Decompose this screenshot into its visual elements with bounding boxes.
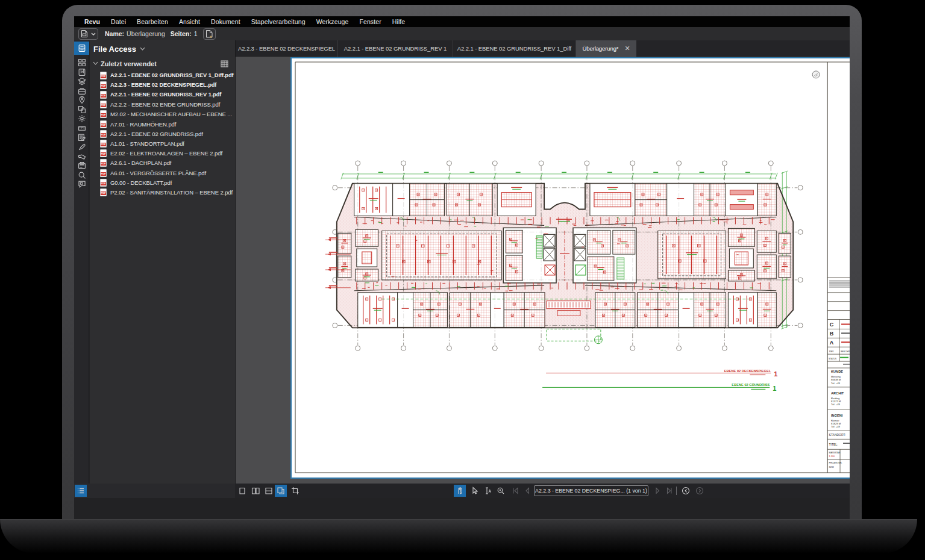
file-list-item[interactable]: A2.2.1 - EBENE 02 GRUNDRISS.pdf bbox=[90, 129, 235, 138]
file-name: A2.2.1 - EBENE 02 GRUNDRISS.pdf bbox=[110, 131, 203, 137]
document-tab[interactable]: A2.2.3 - EBENE 02 DECKENSPIEGEL bbox=[236, 40, 338, 57]
name-value: Überlagerung bbox=[127, 30, 165, 37]
first-page-button[interactable] bbox=[509, 485, 521, 497]
file-name: A2.6.1 - DACHPLAN.pdf bbox=[110, 160, 171, 166]
zoom-button[interactable] bbox=[495, 485, 507, 497]
pdf-file-icon bbox=[100, 159, 107, 167]
new-page-button[interactable] bbox=[203, 28, 216, 40]
sidebar-tab-file-access[interactable] bbox=[74, 42, 89, 55]
recent-section-title: Zuletzt verwendet bbox=[101, 60, 157, 67]
panel-list-toggle-button[interactable] bbox=[75, 485, 87, 497]
menu-item-fenster[interactable]: Fenster bbox=[359, 18, 381, 25]
pdf-file-icon bbox=[100, 120, 107, 128]
file-list-item[interactable]: A2.2.1 - EBENE 02 GRUNDRISS_REV 1_Diff.p… bbox=[90, 70, 235, 80]
legend-green-label: EBENE 02 GRUNDRISS bbox=[732, 383, 770, 387]
select-button[interactable] bbox=[469, 485, 481, 497]
last-page-button[interactable] bbox=[663, 485, 676, 497]
pages-label: Seiten: bbox=[171, 30, 192, 37]
active-document-pane[interactable]: EBENE 02 DECKENSPIEGEL1EBENE 02 GRUNDRIS… bbox=[290, 57, 850, 479]
file-list-item[interactable]: G0.00 - DECKBLATT.pdf bbox=[90, 178, 235, 187]
document-work-area: A2.2.3 - EBENE 02 DECKENSPIEGELA2.2.1 - … bbox=[235, 40, 850, 498]
document-toolbar: Name: Überlagerung Seiten: 1 bbox=[74, 27, 850, 40]
recent-section-header[interactable]: Zuletzt verwendet bbox=[90, 59, 235, 68]
file-name: G0.00 - DECKBLATT.pdf bbox=[110, 179, 172, 186]
side-by-side-button[interactable] bbox=[249, 485, 262, 497]
file-list-item[interactable]: A2.2.1 - EBENE 02 GRUNDRISS_REV 1.pdf bbox=[90, 90, 235, 99]
document-tab-bar: A2.2.3 - EBENE 02 DECKENSPIEGELA2.2.1 - … bbox=[236, 40, 850, 57]
file-list-item[interactable]: A1.01 - STANDORTPLAN.pdf bbox=[90, 138, 235, 148]
nav-back-icon bbox=[682, 487, 690, 495]
page-indicator[interactable]: A2.2.3 - EBENE 02 DECKENSPIEG... (1 von … bbox=[534, 485, 648, 496]
prev-page-button[interactable] bbox=[521, 485, 533, 497]
file-name: A7.01 - RAUMHÖHEN.pdf bbox=[110, 121, 176, 128]
pdf-file-icon bbox=[100, 188, 107, 196]
side-by-side-icon bbox=[251, 487, 260, 495]
svg-text:KUNDE: KUNDE bbox=[831, 370, 843, 373]
split-horizontal-button[interactable] bbox=[263, 485, 275, 497]
overlay-document-button[interactable] bbox=[78, 28, 98, 40]
pan-icon bbox=[456, 487, 464, 495]
menu-item-datei[interactable]: Datei bbox=[111, 18, 126, 25]
pdf-file-icon bbox=[100, 81, 107, 89]
file-list-item[interactable]: A2.2.3 - EBENE 02 DECKENSPIEGEL.pdf bbox=[90, 80, 235, 90]
sidebar-tab-studio[interactable] bbox=[74, 178, 89, 191]
menu-item-werkzeuge[interactable]: Werkzeuge bbox=[316, 18, 349, 25]
svg-text:REV: REV bbox=[829, 350, 834, 353]
menu-item-dokument[interactable]: Dokument bbox=[211, 18, 240, 25]
menu-item-stapelverarbeitung[interactable]: Stapelverarbeitung bbox=[251, 18, 306, 25]
overlay-document-icon bbox=[81, 30, 88, 38]
svg-text:MASSSTAB: MASSSTAB bbox=[829, 452, 841, 454]
name-label: Name: bbox=[105, 30, 124, 37]
file-list-item[interactable]: E2.02 - ELEKTROANLAGEN – EBENE 2.pdf bbox=[90, 149, 235, 158]
next-page-button[interactable] bbox=[651, 485, 663, 497]
svg-text:TITEL:: TITEL: bbox=[829, 443, 838, 446]
file-access-panel: File Access Zuletzt verwendet A2.2.1 - E… bbox=[90, 40, 235, 498]
document-tab[interactable]: A2.2.1 - EBENE 02 GRUNDRISS_REV 1_Diff bbox=[453, 40, 576, 57]
pan-button[interactable] bbox=[454, 485, 466, 497]
calendar-view-icon[interactable] bbox=[221, 60, 228, 69]
file-name: A2.2.3 - EBENE 02 DECKENSPIEGEL.pdf bbox=[110, 82, 216, 88]
menu-item-bearbeiten[interactable]: Bearbeiten bbox=[137, 18, 168, 25]
file-access-header[interactable]: File Access bbox=[90, 40, 235, 58]
first-page-icon bbox=[511, 487, 519, 495]
svg-text:Raiding: Raiding bbox=[831, 397, 840, 400]
menu-item-hilfe[interactable]: Hilfe bbox=[392, 18, 406, 25]
svg-text:B: B bbox=[830, 331, 834, 337]
file-access-title: File Access bbox=[93, 45, 136, 54]
nav-forward-button[interactable] bbox=[694, 485, 706, 497]
laptop-screen: RevuDateiBearbeitenAnsichtDokumentStapel… bbox=[62, 5, 862, 519]
next-page-icon bbox=[653, 487, 662, 495]
svg-text:STATUS: STATUS bbox=[829, 358, 837, 360]
file-list-item[interactable]: A6.01 - VERGRÖSSERTE PLÄNE.pdf bbox=[90, 168, 235, 178]
document-canvas[interactable]: EBENE 02 DECKENSPIEGEL1EBENE 02 GRUNDRIS… bbox=[236, 57, 850, 484]
file-list-item[interactable]: M2.02 - MECHANISCHER AUFBAU – EBENE ... bbox=[90, 110, 235, 119]
multi-page-button[interactable] bbox=[275, 485, 287, 497]
file-list-item[interactable]: A7.01 - RAUMHÖHEN.pdf bbox=[90, 119, 235, 129]
file-name: A2.2.1 - EBENE 02 GRUNDRISS_REV 1.pdf bbox=[110, 92, 221, 98]
menu-item-ansicht[interactable]: Ansicht bbox=[179, 18, 200, 25]
single-page-icon bbox=[238, 487, 246, 495]
svg-text:81377 M: 81377 M bbox=[831, 400, 841, 403]
pdf-file-icon bbox=[100, 101, 107, 108]
floor-plan-sheet: EBENE 02 DECKENSPIEGEL1EBENE 02 GRUNDRIS… bbox=[292, 58, 850, 478]
document-tab[interactable]: Überlagerung*✕ bbox=[576, 40, 636, 57]
split-horizontal-icon bbox=[265, 487, 273, 495]
document-tab[interactable]: A2.2.1 - EBENE 02 GRUNDRISS_REV 1 bbox=[338, 40, 453, 57]
tab-close-icon[interactable]: ✕ bbox=[624, 45, 630, 52]
last-page-icon bbox=[665, 487, 674, 495]
app-bottom-strip bbox=[74, 498, 850, 519]
file-list-item[interactable]: A2.2.2 - EBENE 02 ENDE GRUNDRISS.pdf bbox=[90, 100, 235, 110]
nav-back-button[interactable] bbox=[680, 485, 692, 497]
studio-icon bbox=[78, 180, 86, 188]
svg-text:BESCHR: BESCHR bbox=[841, 350, 850, 353]
file-list-item[interactable]: P2.02 - SANITÄRINSTALLATION – EBENE 2.pd… bbox=[90, 187, 235, 197]
revu-app-window: RevuDateiBearbeitenAnsichtDokumentStapel… bbox=[74, 16, 850, 519]
single-page-button[interactable] bbox=[236, 485, 248, 497]
menu-item-revu[interactable]: Revu bbox=[84, 18, 100, 25]
file-list-item[interactable]: A2.6.1 - DACHPLAN.pdf bbox=[90, 158, 235, 168]
crop-button[interactable] bbox=[289, 485, 301, 497]
pdf-file-icon bbox=[100, 130, 107, 138]
prev-page-icon bbox=[523, 487, 531, 495]
text-select-button[interactable] bbox=[481, 485, 494, 497]
laptop-base bbox=[0, 519, 917, 553]
